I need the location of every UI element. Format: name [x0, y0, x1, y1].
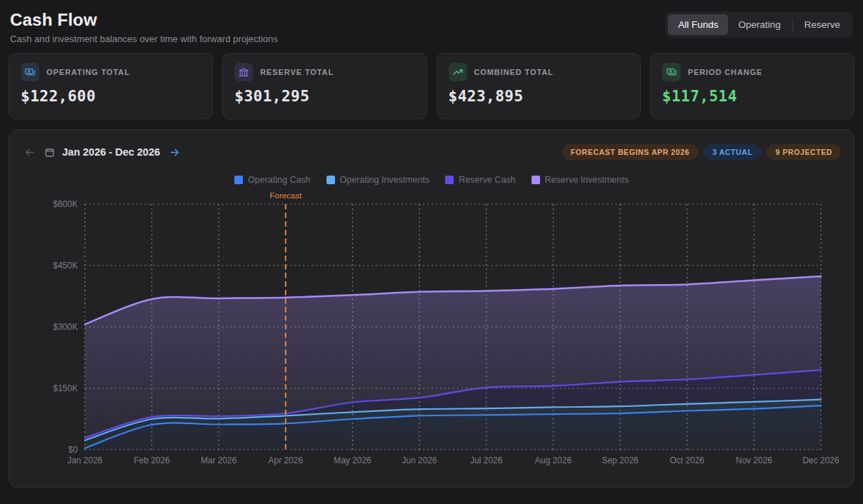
title-block: Cash Flow Cash and investment balances o… — [10, 10, 278, 44]
chart-header: Jan 2026 - Dec 2026 FORECAST BEGINS APR … — [22, 141, 841, 163]
legend-swatch — [445, 176, 454, 184]
y-axis-tick: $150K — [53, 383, 78, 393]
forecast-label: Forecast — [270, 191, 302, 200]
legend-label: Reserve Cash — [459, 175, 515, 185]
stat-card-period-change: PERIOD CHANGE$117,514 — [650, 53, 854, 119]
legend-label: Operating Cash — [248, 175, 311, 185]
legend-item-operating-investments[interactable]: Operating Investments — [326, 174, 430, 186]
cash-flow-chart-panel: Jan 2026 - Dec 2026 FORECAST BEGINS APR … — [9, 129, 854, 488]
date-range-nav: Jan 2026 - Dec 2026 — [22, 145, 182, 160]
legend-item-operating-cash[interactable]: Operating Cash — [234, 174, 311, 186]
stat-label: PERIOD CHANGE — [688, 68, 763, 76]
x-axis-tick: Feb 2026 — [134, 455, 170, 465]
x-axis-tick: Jan 2026 — [67, 455, 103, 465]
tab-divider — [792, 19, 793, 31]
legend-swatch — [532, 176, 540, 184]
page-header: Cash Flow Cash and investment balances o… — [9, 10, 854, 44]
stats-row: OPERATING TOTAL$122,600RESERVE TOTAL$301… — [9, 53, 854, 119]
legend-label: Reserve Investments — [545, 175, 629, 185]
x-axis-tick: Apr 2026 — [269, 455, 304, 465]
stat-value: $117,514 — [662, 88, 842, 105]
legend-label: Operating Investments — [340, 175, 430, 185]
tab-reserve[interactable]: Reserve — [794, 14, 850, 35]
y-axis-tick: $450K — [53, 261, 78, 271]
bank-icon — [234, 63, 253, 81]
badge-3-actual: 3 ACTUAL — [704, 144, 761, 160]
stat-value: $423,895 — [449, 88, 629, 105]
stat-card-reserve-total: RESERVE TOTAL$301,295 — [222, 53, 426, 119]
legend-swatch — [326, 176, 335, 184]
stat-value: $122,600 — [21, 88, 201, 105]
tab-operating[interactable]: Operating — [728, 14, 790, 35]
x-axis-tick: Aug 2026 — [535, 455, 572, 465]
banknotes-icon — [21, 63, 39, 81]
stat-label: COMBINED TOTAL — [474, 68, 554, 76]
date-range-label: Jan 2026 - Dec 2026 — [62, 146, 160, 158]
status-badges: FORECAST BEGINS APR 20263 ACTUAL9 PROJEC… — [562, 144, 841, 160]
x-axis-tick: Jun 2026 — [402, 455, 438, 465]
badge-9-projected: 9 PROJECTED — [767, 144, 841, 160]
arrow-left-icon — [24, 146, 36, 158]
page-subtitle: Cash and investment balances over time w… — [10, 34, 278, 44]
stat-card-operating-total: OPERATING TOTAL$122,600 — [9, 53, 213, 119]
x-axis-tick: Mar 2026 — [201, 455, 237, 465]
x-axis-tick: Jul 2026 — [470, 455, 503, 465]
y-axis-tick: $300K — [53, 322, 78, 332]
badge-forecast-begins-apr-2026: FORECAST BEGINS APR 2026 — [562, 144, 698, 160]
cash-flow-page: Cash Flow Cash and investment balances o… — [0, 0, 863, 496]
arrow-right-icon — [169, 146, 181, 158]
x-axis-tick: Nov 2026 — [736, 455, 773, 465]
x-axis-tick: May 2026 — [334, 455, 371, 465]
next-period-button[interactable] — [167, 145, 182, 160]
legend-swatch — [234, 176, 243, 184]
stat-label: RESERVE TOTAL — [260, 68, 334, 76]
tab-all-funds[interactable]: All Funds — [668, 14, 728, 35]
y-axis-tick: $0 — [69, 445, 79, 455]
chart-legend: Operating CashOperating InvestmentsReser… — [22, 174, 841, 186]
previous-period-button[interactable] — [22, 145, 37, 160]
y-axis-tick: $600K — [53, 199, 78, 209]
stat-value: $301,295 — [234, 88, 414, 105]
x-axis-tick: Oct 2026 — [669, 455, 704, 465]
x-axis-tick: Sep 2026 — [602, 455, 639, 465]
fund-tabs: All FundsOperatingReserve — [665, 11, 853, 38]
calendar-icon — [44, 147, 55, 158]
cash-flow-chart: Forecast$0$150K$300K$450K$600KJan 2026Fe… — [22, 188, 841, 471]
x-axis-tick: Dec 2026 — [802, 455, 839, 465]
banknotes-icon — [662, 63, 681, 81]
stat-label: OPERATING TOTAL — [46, 68, 130, 76]
stat-card-combined-total: COMBINED TOTAL$423,895 — [437, 53, 641, 119]
page-title: Cash Flow — [10, 10, 278, 30]
trending-up-icon — [449, 63, 467, 81]
legend-item-reserve-cash[interactable]: Reserve Cash — [445, 174, 515, 186]
legend-item-reserve-investments[interactable]: Reserve Investments — [532, 174, 629, 186]
